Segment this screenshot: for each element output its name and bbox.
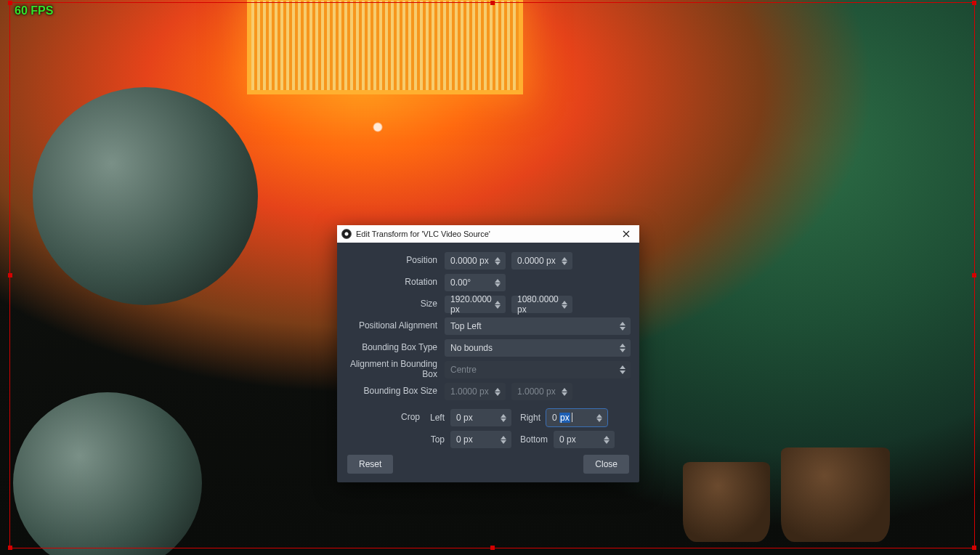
size-h-value: 1080.0000 px (517, 294, 559, 315)
size-w-input[interactable]: 1920.0000 px (445, 296, 506, 313)
label-crop-right: Right (517, 413, 540, 423)
label-positional-alignment: Positional Alignment (346, 321, 439, 331)
label-bb-type: Bounding Box Type (346, 343, 439, 353)
select-arrows-icon (620, 317, 628, 335)
flower-pot (781, 447, 890, 542)
label-crop-left: Left (427, 413, 445, 423)
spinner-arrows-icon[interactable] (501, 409, 509, 426)
spinner-arrows-icon[interactable] (562, 252, 570, 270)
spinner-arrows-icon[interactable] (562, 296, 570, 313)
neon-sign (247, 0, 523, 94)
fps-counter: 60 FPS (15, 4, 53, 17)
label-position: Position (346, 256, 439, 266)
crop-top-value: 0 px (456, 434, 473, 445)
bb-type-value: No bounds (450, 343, 493, 353)
size-w-value: 1920.0000 px (450, 294, 493, 315)
select-arrows-icon (620, 339, 628, 357)
alignment-in-bb-select: Centre (445, 361, 631, 378)
dialog-title: Edit Transform for 'VLC Video Source' (356, 230, 612, 238)
obs-logo-icon (341, 229, 352, 239)
crop-top-input[interactable]: 0 px (450, 431, 511, 448)
spinner-arrows-icon[interactable] (604, 431, 612, 448)
bb-type-select[interactable]: No bounds (445, 339, 631, 357)
dialog-titlebar[interactable]: Edit Transform for 'VLC Video Source' (337, 225, 639, 243)
bb-size-w-value: 1.0000 px (450, 386, 489, 397)
label-crop-top: Top (427, 434, 445, 445)
crop-bottom-value: 0 px (559, 434, 576, 445)
flower-pot (683, 462, 770, 542)
positional-alignment-value: Top Left (450, 321, 482, 331)
spinner-arrows-icon[interactable] (501, 431, 509, 448)
position-x-value: 0.0000 px (450, 256, 489, 266)
size-h-input[interactable]: 1080.0000 px (511, 296, 572, 313)
crop-left-value: 0 px (456, 413, 473, 423)
spinner-arrows-icon[interactable] (495, 274, 503, 291)
label-crop-bottom: Bottom (517, 434, 548, 445)
crop-right-value: 0 px (552, 413, 572, 423)
positional-alignment-select[interactable]: Top Left (445, 317, 631, 335)
spinner-arrows-icon (495, 383, 503, 400)
spinner-arrows-icon[interactable] (495, 252, 503, 270)
close-button[interactable] (616, 226, 636, 242)
close-button-footer[interactable]: Close (583, 455, 629, 474)
satellite-dish (13, 392, 202, 555)
spinner-arrows-icon[interactable] (596, 409, 605, 426)
position-y-input[interactable]: 0.0000 px (511, 252, 572, 270)
bb-size-w-input: 1.0000 px (445, 383, 506, 400)
crop-left-input[interactable]: 0 px (450, 409, 511, 426)
select-arrows-icon (620, 361, 628, 378)
edit-transform-dialog: Edit Transform for 'VLC Video Source' Po… (337, 225, 639, 482)
label-size: Size (346, 299, 439, 309)
rotation-input[interactable]: 0.00° (445, 274, 506, 291)
crop-right-input[interactable]: 0 px (546, 409, 607, 426)
reset-button[interactable]: Reset (347, 455, 393, 474)
bb-size-h-input: 1.0000 px (511, 383, 572, 400)
crop-bottom-input[interactable]: 0 px (554, 431, 615, 448)
close-icon (623, 230, 630, 238)
satellite-dish (33, 87, 258, 305)
spinner-arrows-icon[interactable] (495, 296, 503, 313)
position-x-input[interactable]: 0.0000 px (445, 252, 506, 270)
label-bb-size: Bounding Box Size (346, 386, 439, 397)
bb-size-h-value: 1.0000 px (517, 386, 556, 397)
rotation-value: 0.00° (450, 278, 471, 288)
alignment-in-bb-value: Centre (450, 365, 477, 375)
label-rotation: Rotation (346, 278, 439, 288)
position-y-value: 0.0000 px (517, 256, 556, 266)
label-crop: Crop (346, 413, 421, 423)
label-alignment-in-bb: Alignment in Bounding Box (346, 360, 439, 380)
spinner-arrows-icon (562, 383, 570, 400)
